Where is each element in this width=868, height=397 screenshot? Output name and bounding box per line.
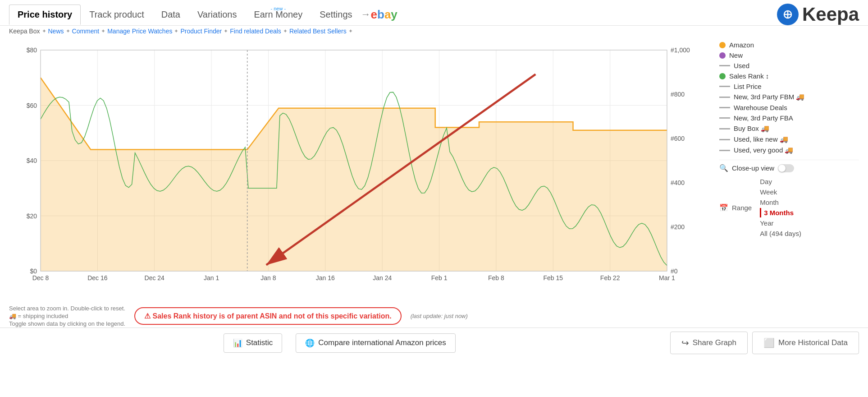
amazon-dot [719,42,726,48]
header: Price history Track product Data Variati… [0,0,868,26]
new-badge: - new - [271,6,286,11]
used-like-new-line [719,139,730,140]
legend-amazon-label: Amazon [729,41,754,49]
legend-new[interactable]: New [719,51,859,59]
tab-bar: Price history Track product Data Variati… [9,5,397,25]
range-day[interactable]: Day [760,177,801,186]
tab-earn-money[interactable]: - new - Earn Money [245,5,311,25]
warehouse-line [719,107,730,108]
keepa-icon [777,4,799,25]
tab-variations[interactable]: Variations [189,5,245,25]
share-graph-button[interactable]: ↪ Share Graph [670,332,748,354]
legend-divider [719,160,859,160]
new-3p-fba-line [719,117,730,119]
hint-zoom: Select area to zoom in. Double-click to … [9,305,125,312]
historical-data-button[interactable]: ⬜ More Historical Data [752,332,859,354]
subnav-product-finder[interactable]: Product Finder [180,28,222,35]
closeup-row: 🔍 Close-up view [719,164,859,172]
closeup-toggle[interactable] [778,164,794,172]
sales-rank-dot [719,73,726,79]
subnav-comment[interactable]: Comment [72,28,100,35]
statistic-label: Statistic [246,338,273,347]
warning-text: ⚠ Sales Rank history is of parent ASIN a… [144,312,392,320]
legend-new-3p-fbm[interactable]: New, 3rd Party FBM 🚚 [719,93,859,101]
historical-label: More Historical Data [778,338,848,347]
subnav-related-best-sellers[interactable]: Related Best Sellers [289,28,347,35]
buy-box-line [719,128,730,129]
footer-center: 📊 Statistic 🌐 Compare international Amaz… [224,333,456,353]
range-3months[interactable]: 3 Months [760,208,801,217]
warning-box: ⚠ Sales Rank history is of parent ASIN a… [134,307,402,325]
legend-panel: Amazon New Used Sales Rank ↕ List Price … [715,41,859,298]
calendar-icon: 📅 [719,203,728,212]
legend-used-like-new-label: Used, like new 🚚 [734,135,788,143]
legend-list-price[interactable]: List Price [719,83,859,90]
subnav-manage-price-watches[interactable]: Manage Price Watches [107,28,172,35]
compare-label: Compare international Amazon prices [318,338,446,347]
legend-list-price-label: List Price [734,83,762,90]
legend-section-prices: Amazon New Used Sales Rank ↕ List Price … [719,41,859,154]
legend-used-very-good-label: Used, very good 🚚 [734,146,793,154]
legend-amazon[interactable]: Amazon [719,41,859,49]
closeup-label[interactable]: Close-up view [732,164,774,172]
legend-new-label: New [729,51,743,59]
new-dot [719,52,726,59]
chart-area [9,41,706,298]
legend-buy-box-label: Buy Box 🚚 [734,125,769,133]
range-year[interactable]: Year [760,218,801,228]
used-line [719,65,730,66]
hint-shipping: 🚚 = shipping included [9,313,125,319]
legend-new-3p-fba-label: New, 3rd Party FBA [734,114,793,122]
footer-hints: Select area to zoom in. Double-click to … [0,303,868,328]
range-section: 📅 Range Day Week Month 3 Months Year All… [719,177,859,238]
keepa-logo: Keepa [777,4,859,25]
hint-toggle: Toggle shown data by clicking on the leg… [9,320,125,327]
tab-price-history[interactable]: Price history [9,5,81,25]
legend-new-3p-fba[interactable]: New, 3rd Party FBA [719,114,859,122]
tab-data[interactable]: Data [153,5,189,25]
range-all[interactable]: All (494 days) [760,229,801,238]
subnav: Keepa Box ✦ News ✦ Comment ✦ Manage Pric… [0,26,868,37]
arrow-icon: → [361,9,371,20]
compare-button[interactable]: 🌐 Compare international Amazon prices [296,333,455,353]
legend-new-3p-fbm-label: New, 3rd Party FBM 🚚 [734,93,804,101]
subnav-find-related-deals[interactable]: Find related Deals [230,28,281,35]
tab-track-product[interactable]: Track product [81,5,153,25]
legend-used-label: Used [734,62,749,69]
share-icon: ↪ [681,337,689,348]
legend-sales-rank[interactable]: Sales Rank ↕ [719,72,859,80]
legend-warehouse-label: Warehouse Deals [734,104,787,111]
legend-used[interactable]: Used [719,62,859,69]
subnav-keepa-box: Keepa Box [9,28,40,35]
search-icon: 🔍 [719,164,728,172]
range-month[interactable]: Month [760,198,801,207]
ebay-b: b [377,8,384,22]
ebay-y: y [391,8,397,22]
legend-buy-box[interactable]: Buy Box 🚚 [719,125,859,133]
tab-settings[interactable]: Settings [311,5,361,25]
list-price-line [719,86,730,87]
legend-warehouse[interactable]: Warehouse Deals [719,104,859,111]
share-label: Share Graph [693,338,736,347]
keepa-text: Keepa [802,4,859,25]
used-very-good-line [719,150,730,151]
range-week[interactable]: Week [760,187,801,197]
footer-right: ↪ Share Graph ⬜ More Historical Data [670,332,859,354]
statistic-button[interactable]: 📊 Statistic [224,333,283,353]
statistic-icon: 📊 [233,338,242,348]
subnav-news[interactable]: News [48,28,64,35]
legend-used-very-good[interactable]: Used, very good 🚚 [719,146,859,154]
main-content: Amazon New Used Sales Rank ↕ List Price … [0,37,868,303]
legend-used-like-new[interactable]: Used, like new 🚚 [719,135,859,143]
ebay-a: a [384,8,391,22]
range-label: Range [732,204,752,212]
globe-icon: 🌐 [305,338,315,348]
footer-actions: 📊 Statistic 🌐 Compare international Amaz… [0,328,868,358]
historical-icon: ⬜ [763,337,775,348]
price-chart[interactable] [9,41,703,298]
legend-sales-rank-label: Sales Rank ↕ [729,72,769,80]
update-text: (last update: just now) [411,313,468,319]
ebay-e: e [371,8,377,22]
new-3p-fbm-line [719,97,730,98]
